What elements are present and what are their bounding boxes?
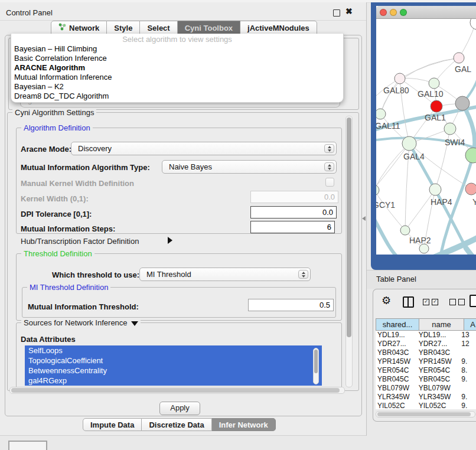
network-icon — [58, 21, 66, 35]
algorithm-option-dream8-dc-tdc-algorithm[interactable]: Dream8 DC_TDC Algorithm — [11, 92, 343, 101]
network-node-hap2[interactable] — [400, 226, 410, 235]
algorithm-option-bayesian-hill-climbing[interactable]: Bayesian – Hill Climbing — [11, 44, 343, 54]
aracne-mode-label: Aracne Mode: — [21, 145, 71, 154]
deselect-all-icon[interactable] — [449, 299, 465, 305]
network-node-gal-top[interactable] — [454, 53, 464, 63]
collapse-left-icon[interactable] — [362, 216, 366, 221]
attribute-item-gal4rgexp[interactable]: gal4RGexp — [25, 376, 322, 386]
dpi-tolerance-input[interactable] — [250, 206, 337, 219]
apply-button[interactable]: Apply — [159, 402, 200, 415]
column-header-name[interactable]: name — [419, 319, 464, 330]
network-node-gal4[interactable] — [402, 136, 416, 151]
table-cell: 9. — [459, 402, 476, 409]
tab-discretize-data[interactable]: Discretize Data — [142, 418, 211, 431]
table-cell: 9. — [459, 375, 476, 384]
manual-kernel-checkbox[interactable] — [325, 178, 334, 187]
attributes-scroll-thumb[interactable] — [314, 350, 318, 373]
attribute-item-betweennesscentrality[interactable]: BetweennessCentrality — [25, 366, 322, 376]
attributes-scrollbar[interactable] — [313, 348, 319, 384]
gear-icon[interactable]: ⚙ — [382, 294, 391, 307]
table-row[interactable]: YBR043CYBR043C — [376, 348, 476, 357]
which-threshold-combo[interactable]: MI Threshold — [139, 268, 311, 281]
table-row[interactable]: YBR045CYBR045C9. — [376, 375, 476, 384]
column-header-shared[interactable]: shared... — [376, 319, 419, 330]
algorithm-option-aracne-algorithm[interactable]: ARACNE Algorithm — [11, 63, 343, 73]
collapse-down-icon[interactable] — [131, 321, 138, 326]
network-node-gray-node[interactable] — [455, 96, 470, 110]
network-window-titlebar[interactable] — [376, 6, 476, 19]
table-cell: YPR145W — [376, 357, 417, 366]
mi-steps-input[interactable] — [250, 221, 335, 233]
stepper-icon — [324, 162, 334, 171]
tab-jactivemnodules[interactable]: jActiveMNodules — [240, 21, 317, 35]
settings-vertical-scrollbar[interactable] — [345, 116, 353, 387]
table-row[interactable]: YBL079WYBL079W — [376, 384, 476, 393]
tab-cyni-toolbox[interactable]: Cyni Toolbox — [178, 21, 240, 35]
which-threshold-value: MI Threshold — [146, 270, 191, 279]
network-canvas[interactable]: GALGAL80GAL10GAL1GAL11SWI4GAL4GCY1HAP4YH… — [376, 19, 476, 255]
columns-icon[interactable] — [403, 296, 414, 308]
network-edge — [376, 190, 405, 230]
close-icon[interactable]: ✖ — [345, 6, 353, 16]
settings-scroll-thumb[interactable] — [347, 118, 351, 337]
minimized-panel-icon[interactable] — [8, 441, 47, 450]
tab-infer-network[interactable]: Infer Network — [212, 418, 276, 431]
network-node-gal80[interactable] — [395, 73, 405, 84]
table-row[interactable]: YLR345WYLR345W9. — [376, 393, 476, 402]
mi-threshold-input[interactable] — [248, 299, 334, 311]
attribute-item-selfloops[interactable]: SelfLoops — [25, 345, 322, 356]
tab-network[interactable]: Network — [51, 21, 107, 35]
expand-right-icon[interactable] — [168, 237, 172, 244]
table-cell: 8. — [459, 366, 476, 375]
hub-definition-expander[interactable]: Hub/Transcription Factor Definition — [21, 237, 139, 246]
table-horizontal-scrollbar[interactable] — [376, 411, 475, 418]
network-edge — [380, 79, 400, 114]
attribute-item-topologicalcoefficient[interactable]: TopologicalCoefficient — [25, 356, 322, 366]
aracne-mode-combo[interactable]: Discovery — [71, 142, 337, 155]
select-all-icon[interactable]: ✓✓ — [423, 299, 438, 305]
tab-label: Style — [114, 21, 132, 35]
settings-horizontal-scrollbar[interactable] — [9, 387, 345, 394]
tab-style[interactable]: Style — [107, 21, 140, 35]
table-row[interactable]: YIL052CYIL052C9. — [376, 402, 476, 409]
tab-impute-data[interactable]: Impute Data — [83, 418, 142, 431]
table-row[interactable]: YPR145WYPR145W9. — [376, 357, 476, 366]
network-node-top-arc[interactable] — [470, 19, 476, 30]
document-icon[interactable] — [470, 295, 476, 307]
algorithm-dropdown-items: Bayesian – Hill ClimbingBasic Correlatio… — [11, 44, 343, 101]
minimize-traffic-light[interactable] — [390, 9, 397, 16]
algorithm-option-basic-correlation-inference[interactable]: Basic Correlation Inference — [11, 54, 343, 63]
network-node-salmon-right[interactable] — [465, 183, 476, 195]
column-header-a[interactable]: A — [464, 319, 476, 330]
node-label-gal10: GAL10 — [418, 89, 444, 99]
network-node-gal1[interactable] — [431, 100, 442, 112]
tab-label: Cyni Toolbox — [185, 21, 233, 35]
network-node-gal11[interactable] — [376, 109, 386, 119]
network-edge — [459, 24, 475, 58]
mi-threshold-label: Mutual Information Threshold: — [28, 302, 139, 311]
table-cell: 13 — [459, 331, 476, 340]
network-node-bottom-node[interactable] — [419, 244, 429, 253]
algorithm-option-mutual-information-inference[interactable]: Mutual Information Inference — [11, 73, 343, 82]
network-node-hap4[interactable] — [429, 184, 441, 195]
close-traffic-light[interactable] — [380, 9, 387, 16]
network-node-swi4[interactable] — [444, 123, 456, 135]
network-node-gcy1[interactable] — [376, 185, 379, 195]
algorithm-option-bayesian-k2[interactable]: Bayesian – K2 — [11, 82, 343, 92]
network-node-gal10[interactable] — [429, 78, 439, 89]
settings-hscroll-thumb[interactable] — [11, 388, 340, 393]
float-window-icon[interactable] — [333, 9, 340, 17]
network-node-green-right[interactable] — [465, 148, 476, 163]
kernel-width-input[interactable] — [250, 191, 338, 203]
mi-type-combo[interactable]: Naive Bayes — [162, 160, 337, 174]
algorithm-dropdown-popup: Select algorithm to view settings Bayesi… — [11, 34, 344, 103]
table-cell: YDR27... — [417, 340, 460, 348]
tab-select[interactable]: Select — [140, 21, 177, 35]
table-hscroll-thumb[interactable] — [377, 412, 471, 416]
control-panel-tabs: NetworkStyleSelectCyni ToolboxjActiveMNo… — [51, 21, 317, 35]
table-row[interactable]: YER054CYER054C8. — [376, 366, 476, 375]
table-row[interactable]: YDR27...YDR27...12 — [376, 340, 476, 348]
zoom-traffic-light[interactable] — [400, 9, 407, 16]
manual-kernel-label: Manual Kernel Width Definition — [21, 179, 134, 188]
table-row[interactable]: YDL19...YDL19...13 — [376, 331, 476, 340]
